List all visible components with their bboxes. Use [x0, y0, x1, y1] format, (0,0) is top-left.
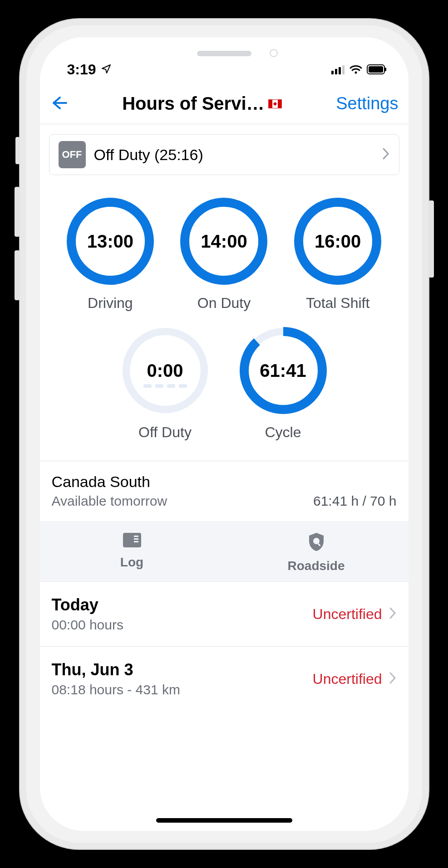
hos-dials: 13:00 Driving 14:00 On Duty: [40, 185, 409, 461]
log-item-today[interactable]: Today 00:00 hours Uncertified: [40, 582, 409, 647]
tab-roadside[interactable]: Roadside: [224, 522, 409, 581]
svg-rect-7: [385, 68, 386, 71]
page-title: Hours of Servi…: [68, 93, 336, 114]
log-subtitle: 08:18 hours - 431 km: [52, 682, 181, 697]
svg-rect-0: [331, 71, 334, 74]
tab-log[interactable]: Log: [40, 522, 224, 581]
home-indicator[interactable]: [156, 818, 292, 823]
front-camera: [270, 49, 278, 57]
location-icon: [101, 61, 112, 78]
svg-point-16: [244, 332, 322, 410]
region-name: Canada South: [52, 473, 167, 491]
screen: 3:19: [40, 37, 409, 831]
back-button[interactable]: [50, 94, 68, 114]
battery-icon: [367, 61, 387, 78]
wifi-icon: [350, 61, 362, 78]
duty-status-badge: OFF: [59, 141, 86, 168]
volume-up-button: [15, 187, 20, 237]
mute-switch: [15, 137, 20, 164]
canada-flag-icon: [268, 99, 282, 108]
off-duty-segments: [143, 384, 187, 388]
log-status: Uncertified: [313, 671, 382, 688]
dial-cycle[interactable]: 61:41 Cycle: [238, 325, 329, 441]
volume-down-button: [15, 250, 20, 300]
nav-header: Hours of Servi… Settings: [40, 83, 409, 124]
log-title: Thu, Jun 3: [52, 660, 181, 679]
svg-rect-18: [134, 536, 138, 537]
dial-off-duty[interactable]: 0:00 Off Duty: [120, 325, 211, 441]
region-ratio: 61:41 h / 70 h: [313, 493, 397, 509]
region-subtitle: Available tomorrow: [52, 493, 167, 509]
tab-strip: Log Roadside: [40, 522, 409, 582]
dial-cycle-label: Cycle: [265, 424, 301, 441]
svg-point-21: [313, 538, 320, 544]
dial-total-shift-label: Total Shift: [306, 295, 370, 312]
svg-rect-3: [342, 65, 345, 74]
log-item-jun-3[interactable]: Thu, Jun 3 08:18 hours - 431 km Uncertif…: [40, 647, 409, 711]
dial-total-shift[interactable]: 16:00 Total Shift: [292, 196, 383, 312]
log-subtitle: 00:00 hours: [52, 617, 123, 633]
svg-rect-6: [369, 66, 383, 73]
dial-driving[interactable]: 13:00 Driving: [65, 196, 156, 312]
phone-frame: 3:19: [20, 19, 428, 849]
speaker-grille: [197, 51, 251, 56]
log-status: Uncertified: [313, 606, 382, 623]
svg-point-14: [126, 332, 204, 410]
settings-button[interactable]: Settings: [336, 94, 398, 113]
svg-rect-19: [134, 538, 138, 540]
log-icon: [122, 532, 142, 551]
dial-off-duty-label: Off Duty: [138, 424, 192, 441]
cellular-icon: [331, 61, 345, 78]
power-button: [428, 200, 434, 278]
tab-log-label: Log: [120, 555, 143, 570]
svg-point-4: [354, 71, 357, 73]
chevron-right-icon: [389, 671, 397, 687]
dial-on-duty[interactable]: 14:00 On Duty: [178, 196, 269, 312]
log-title: Today: [52, 595, 123, 614]
dial-on-duty-label: On Duty: [197, 295, 251, 312]
svg-point-9: [71, 202, 149, 280]
region-row[interactable]: Canada South Available tomorrow 61:41 h …: [40, 461, 409, 522]
tab-roadside-label: Roadside: [287, 559, 345, 573]
svg-rect-1: [335, 69, 337, 74]
duty-status-card[interactable]: OFF Off Duty (25:16): [49, 134, 399, 175]
chevron-right-icon: [389, 606, 397, 622]
svg-rect-17: [123, 533, 141, 547]
duty-status-label: Off Duty (25:16): [94, 146, 374, 164]
dial-driving-label: Driving: [88, 295, 133, 312]
status-bar: 3:19: [40, 37, 409, 83]
svg-point-13: [299, 202, 377, 280]
chevron-right-icon: [382, 147, 390, 162]
page-title-text: Hours of Servi…: [122, 93, 264, 114]
shield-icon: [307, 532, 325, 555]
svg-rect-20: [134, 541, 138, 542]
status-time: 3:19: [67, 61, 96, 78]
svg-rect-2: [339, 67, 341, 74]
svg-point-11: [185, 202, 263, 280]
